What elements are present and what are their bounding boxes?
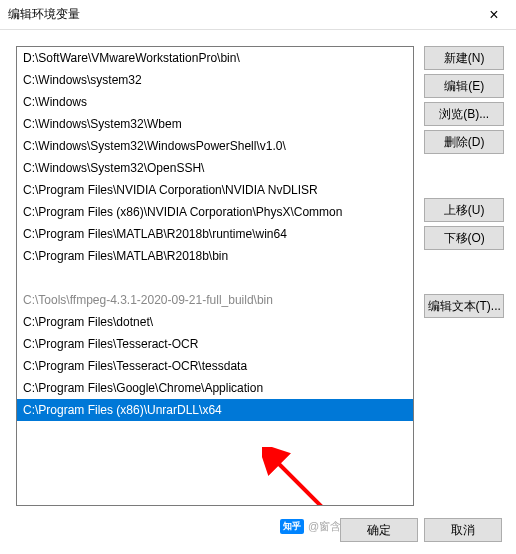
new-button[interactable]: 新建(N) (424, 46, 504, 70)
cancel-button[interactable]: 取消 (424, 518, 502, 542)
list-item[interactable]: C:\Program Files\Google\Chrome\Applicati… (17, 377, 413, 399)
ok-button[interactable]: 确定 (340, 518, 418, 542)
svg-line-1 (274, 459, 322, 506)
list-item[interactable]: C:\Windows\System32\OpenSSH\ (17, 157, 413, 179)
list-item[interactable]: C:\Windows\system32 (17, 69, 413, 91)
edit-text-button[interactable]: 编辑文本(T)... (424, 294, 504, 318)
env-var-dialog: 编辑环境变量 × D:\SoftWare\VMwareWorkstationPr… (0, 0, 516, 554)
button-column: 新建(N) 编辑(E) 浏览(B)... 删除(D) 上移(U) 下移(O) 编… (424, 46, 504, 492)
zhihu-icon: 知乎 (280, 519, 304, 534)
red-arrow-annotation (262, 447, 342, 506)
list-item[interactable]: C:\Tools\ffmpeg-4.3.1-2020-09-21-full_bu… (17, 289, 413, 311)
list-item[interactable]: C:\Windows (17, 91, 413, 113)
list-item[interactable]: C:\Program Files (x86)\NVIDIA Corporatio… (17, 201, 413, 223)
dialog-title: 编辑环境变量 (8, 6, 80, 23)
list-item[interactable]: C:\Program Files (x86)\UnrarDLL\x64 (17, 399, 413, 421)
list-item[interactable]: C:\Windows\System32\Wbem (17, 113, 413, 135)
list-item[interactable]: C:\Program Files\Tesseract-OCR (17, 333, 413, 355)
content-area: D:\SoftWare\VMwareWorkstationPro\bin\C:\… (0, 30, 516, 504)
list-item[interactable]: C:\Program Files\Tesseract-OCR\tessdata (17, 355, 413, 377)
list-item[interactable]: D:\SoftWare\VMwareWorkstationPro\bin\ (17, 47, 413, 69)
move-down-button[interactable]: 下移(O) (424, 226, 504, 250)
browse-button[interactable]: 浏览(B)... (424, 102, 504, 126)
delete-button[interactable]: 删除(D) (424, 130, 504, 154)
edit-button[interactable]: 编辑(E) (424, 74, 504, 98)
move-up-button[interactable]: 上移(U) (424, 198, 504, 222)
close-icon: × (489, 6, 498, 24)
list-item[interactable]: C:\Program Files\NVIDIA Corporation\NVID… (17, 179, 413, 201)
list-item[interactable]: C:\Program Files\dotnet\ (17, 311, 413, 333)
close-button[interactable]: × (476, 2, 512, 28)
list-item[interactable]: C:\Program Files\MATLAB\R2018b\bin (17, 245, 413, 267)
list-item[interactable]: C:\Windows\System32\WindowsPowerShell\v1… (17, 135, 413, 157)
path-listbox[interactable]: D:\SoftWare\VMwareWorkstationPro\bin\C:\… (16, 46, 414, 506)
footer: 确定 取消 (340, 518, 502, 542)
titlebar: 编辑环境变量 × (0, 0, 516, 30)
list-item[interactable]: C:\Program Files\MATLAB\R2018b\runtime\w… (17, 223, 413, 245)
list-item[interactable] (17, 267, 413, 289)
